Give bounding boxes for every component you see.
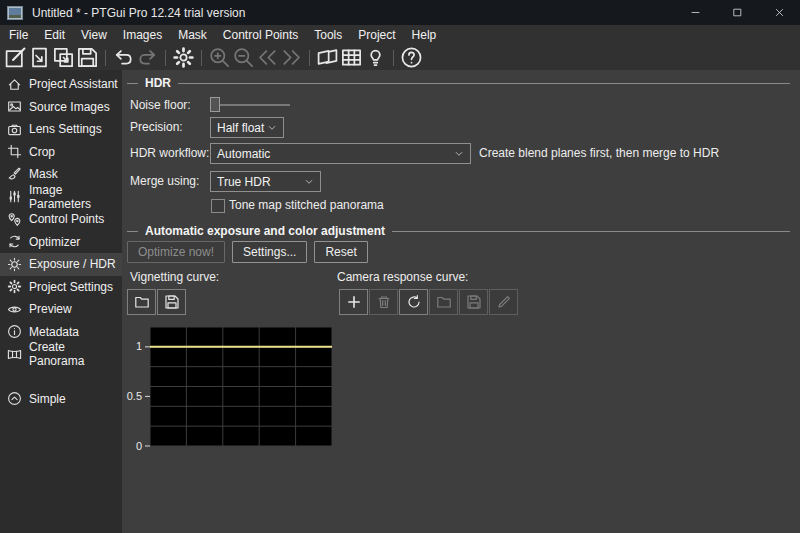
sidebar-item-control-points[interactable]: Control Points bbox=[0, 208, 122, 231]
response-save-button[interactable] bbox=[459, 289, 488, 315]
menu-item-edit[interactable]: Edit bbox=[36, 26, 73, 44]
sidebar-item-source-images[interactable]: Source Images bbox=[0, 96, 122, 119]
chevron-up-circle-icon bbox=[7, 391, 22, 406]
sidebar-item-exposure-hdr[interactable]: Exposure / HDR bbox=[0, 253, 122, 276]
menu-item-control-points[interactable]: Control Points bbox=[215, 26, 306, 44]
floppy-icon bbox=[76, 46, 99, 69]
camera-response-chart: 00.51 bbox=[126, 320, 342, 453]
settings-gear-button[interactable] bbox=[172, 47, 195, 68]
sidebar-item-preview[interactable]: Preview bbox=[0, 298, 122, 321]
grid-icon bbox=[340, 46, 363, 69]
frames-icon bbox=[316, 46, 339, 69]
rewind-icon bbox=[256, 46, 279, 69]
vignetting-open-button[interactable] bbox=[127, 289, 156, 315]
duplicate-project-button[interactable] bbox=[52, 47, 75, 68]
panorama-icon bbox=[7, 347, 22, 362]
main-panel: HDR Noise floor: Precision: Half float H… bbox=[122, 70, 800, 533]
undo-icon bbox=[112, 46, 135, 69]
noise-floor-label: Noise floor: bbox=[130, 98, 191, 112]
vignetting-save-button[interactable] bbox=[157, 289, 186, 315]
sidebar-item-optimizer[interactable]: Optimizer bbox=[0, 231, 122, 254]
response-reload-button[interactable] bbox=[399, 289, 428, 315]
help-button[interactable] bbox=[400, 47, 423, 68]
open-project-button[interactable] bbox=[28, 47, 51, 68]
eye-icon bbox=[7, 302, 22, 317]
redo-button[interactable] bbox=[136, 47, 159, 68]
crop-icon bbox=[7, 144, 22, 159]
sidebar-item-label: Create Panorama bbox=[29, 340, 122, 368]
info-icon bbox=[7, 324, 22, 339]
menu-item-view[interactable]: View bbox=[73, 26, 115, 44]
sidebar-item-create-panorama[interactable]: Create Panorama bbox=[0, 343, 122, 366]
trash-icon bbox=[376, 294, 392, 310]
undo-button[interactable] bbox=[112, 47, 135, 68]
detail-viewer-button[interactable] bbox=[340, 47, 363, 68]
vignetting-curve-buttons bbox=[127, 289, 187, 315]
settings-button[interactable]: Settings... bbox=[232, 241, 307, 263]
sidebar-item-simple[interactable]: Simple bbox=[0, 388, 122, 411]
merge-using-label: Merge using: bbox=[130, 174, 199, 188]
zoom-out-button[interactable] bbox=[232, 47, 255, 68]
camera-response-curve-buttons bbox=[339, 289, 519, 315]
minimize-button[interactable] bbox=[674, 0, 716, 25]
sidebar-item-label: Project Assistant bbox=[29, 77, 118, 91]
reset-button[interactable]: Reset bbox=[314, 241, 367, 263]
image-icon bbox=[7, 99, 22, 114]
toolbar bbox=[0, 45, 800, 70]
group-line bbox=[392, 231, 790, 232]
merge-using-select[interactable]: True HDR bbox=[210, 171, 321, 192]
sidebar-item-label: Crop bbox=[29, 145, 55, 159]
zoom-in-button[interactable] bbox=[208, 47, 231, 68]
chevron-down-icon bbox=[267, 123, 277, 133]
sidebar-item-lens-settings[interactable]: Lens Settings bbox=[0, 118, 122, 141]
menu-item-images[interactable]: Images bbox=[115, 26, 170, 44]
tone-map-checkbox[interactable] bbox=[211, 199, 225, 213]
camera-icon bbox=[7, 122, 22, 137]
sidebar-item-crop[interactable]: Crop bbox=[0, 141, 122, 164]
sidebar-item-label: Image Parameters bbox=[29, 183, 122, 211]
precision-select[interactable]: Half float bbox=[210, 117, 284, 138]
hdr-group-title: HDR bbox=[145, 76, 171, 90]
response-delete-button[interactable] bbox=[369, 289, 398, 315]
response-add-button[interactable] bbox=[339, 289, 368, 315]
previous-image-button[interactable] bbox=[256, 47, 279, 68]
menu-item-help[interactable]: Help bbox=[404, 26, 445, 44]
noise-floor-slider[interactable] bbox=[210, 97, 290, 112]
brush-icon bbox=[7, 167, 22, 182]
menu-item-tools[interactable]: Tools bbox=[306, 26, 350, 44]
hdr-workflow-label: HDR workflow: bbox=[130, 146, 209, 160]
hdr-workflow-note: Create blend planes first, then merge to… bbox=[479, 146, 719, 160]
optimize-now-button[interactable]: Optimize now! bbox=[127, 241, 225, 263]
open-doc-icon bbox=[28, 46, 51, 69]
sidebar-item-project-settings[interactable]: Project Settings bbox=[0, 276, 122, 299]
sidebar-item-label: Mask bbox=[29, 167, 58, 181]
maximize-button[interactable] bbox=[716, 0, 758, 25]
floppy-icon bbox=[164, 294, 180, 310]
sidebar-item-label: Preview bbox=[29, 302, 72, 316]
menu-item-file[interactable]: File bbox=[1, 26, 36, 44]
close-button[interactable] bbox=[758, 0, 800, 25]
next-image-button[interactable] bbox=[280, 47, 303, 68]
copy-icon bbox=[52, 46, 75, 69]
new-project-button[interactable] bbox=[4, 47, 27, 68]
response-open-button[interactable] bbox=[429, 289, 458, 315]
vignetting-curve-label: Vignetting curve: bbox=[130, 270, 219, 284]
save-project-button[interactable] bbox=[76, 47, 99, 68]
sidebar-item-label: Control Points bbox=[29, 212, 104, 226]
sidebar-item-label: Simple bbox=[29, 392, 66, 406]
slider-handle[interactable] bbox=[210, 97, 220, 112]
sidebar-item-image-parameters[interactable]: Image Parameters bbox=[0, 186, 122, 209]
response-edit-button[interactable] bbox=[489, 289, 518, 315]
sidebar-item-label: Optimizer bbox=[29, 235, 80, 249]
hdr-workflow-select[interactable]: Automatic bbox=[210, 143, 471, 164]
fast-forward-icon bbox=[280, 46, 303, 69]
panorama-editor-button[interactable] bbox=[316, 47, 339, 68]
merge-using-value: True HDR bbox=[217, 175, 271, 189]
menu-item-mask[interactable]: Mask bbox=[170, 26, 215, 44]
sidebar-item-project-assistant[interactable]: Project Assistant bbox=[0, 73, 122, 96]
auto-exposure-group-header: Automatic exposure and color adjustment bbox=[127, 224, 790, 238]
menu-item-project[interactable]: Project bbox=[350, 26, 403, 44]
group-line bbox=[178, 83, 790, 84]
zoom-in-icon bbox=[208, 46, 231, 69]
assistant-hint-button[interactable] bbox=[364, 47, 387, 68]
